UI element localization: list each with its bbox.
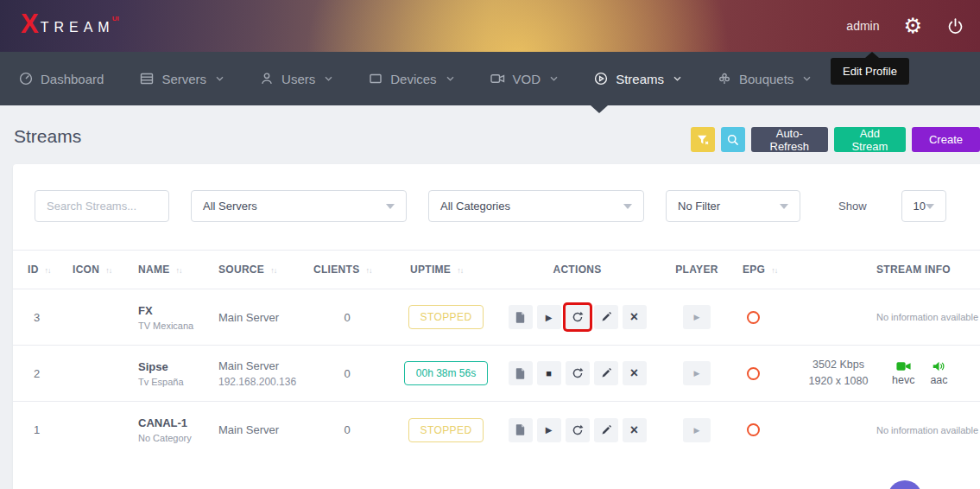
delete-stream-button[interactable]: × [623,305,647,329]
col-header-uptime[interactable]: UPTIME↑↓ [395,264,496,276]
col-header-player: PLAYER [658,264,736,276]
stream-info-cell: 3502 Kbps 1920 x 1080 hevc aac [800,357,967,391]
source-server: Main Server [218,423,299,436]
search-input[interactable] [35,190,169,222]
play-circle-icon [594,72,608,86]
add-stream-button[interactable]: Add Stream [834,127,906,152]
close-icon: × [630,311,638,323]
col-header-clients[interactable]: CLIENTS↑↓ [299,264,395,276]
gear-icon[interactable]: ⚙ [903,16,922,36]
delete-stream-button[interactable]: × [623,418,647,442]
streams-table: ID↑↓ ICON↑↓ NAME↑↓ SOURCE↑↓ CLIENTS↑↓ UP… [13,250,980,458]
edit-stream-button[interactable] [594,418,618,442]
stream-name: CANAL-1 [138,416,204,429]
stream-uptime-cell: 00h 38m 56s [395,361,496,385]
epg-cell [736,311,800,324]
select-caret-icon [386,204,395,209]
xtream-logo[interactable]: X TREAM UI [21,11,119,41]
uptime-badge: 00h 38m 56s [404,361,488,385]
nav-devices[interactable]: Devices [369,72,453,86]
start-stream-button[interactable]: ▶ [537,418,561,442]
filter-select[interactable]: No Filter [666,190,800,222]
username-label[interactable]: admin [846,19,879,33]
stream-actions: ▶ × [496,305,658,329]
stream-info-cell: No information available [800,425,967,435]
category-select[interactable]: All Categories [428,190,644,222]
player-play-button[interactable]: ▶ [683,305,711,329]
select-caret-icon [623,204,632,209]
stream-id: 2 [13,367,58,380]
col-header-source[interactable]: SOURCE↑↓ [204,264,299,276]
nav-servers[interactable]: Servers [140,72,224,86]
player-play-button[interactable]: ▶ [683,361,711,385]
page-title: Streams [14,126,81,147]
logo-superscript: UI [112,11,119,22]
copy-stream-button[interactable] [509,418,533,442]
close-icon: × [630,367,638,379]
chevron-down-icon [550,76,558,81]
sort-icon[interactable]: ↑↓ [365,266,371,275]
topbar-right: admin ⚙ [846,16,966,36]
table-row: 2 Sipse Tv España Main Server 192.168.20… [13,346,980,402]
restart-stream-button[interactable] [566,361,590,385]
col-header-epg[interactable]: EPG↑↓ [736,264,800,276]
edit-stream-button[interactable] [594,305,618,329]
gauge-icon [19,72,33,86]
start-stream-button[interactable]: ▶ [537,305,561,329]
restart-stream-button[interactable] [566,305,590,329]
stop-stream-button[interactable]: ■ [537,361,561,385]
file-icon [515,424,525,435]
sort-icon[interactable]: ↑↓ [176,266,182,275]
nav-streams[interactable]: Streams [594,72,681,86]
epg-status-icon[interactable] [747,423,760,436]
screen: X TREAM UI admin ⚙ Dashboard Servers Use… [0,0,980,489]
stream-name-cell: CANAL-1 No Category [123,416,204,443]
col-header-id[interactable]: ID↑↓ [13,264,58,276]
stream-name-cell: Sipse Tv España [123,360,204,387]
col-header-icon[interactable]: ICON↑↓ [58,264,123,276]
sort-icon[interactable]: ↑↓ [270,266,276,275]
stream-id: 1 [13,423,58,436]
page-toolbar: Auto-Refresh Add Stream Create [691,127,980,152]
auto-refresh-button[interactable]: Auto-Refresh [751,127,828,152]
delete-stream-button[interactable]: × [623,361,647,385]
stream-actions: ▶ × [496,418,658,442]
player-cell: ▶ [658,361,736,385]
refresh-icon [572,367,584,379]
logo-text: TREAM [41,11,115,41]
col-header-name[interactable]: NAME↑↓ [123,264,204,276]
page-size-select[interactable]: 10 [901,190,946,222]
copy-stream-button[interactable] [509,361,533,385]
nav-bouquets[interactable]: Bouquets [718,72,811,86]
create-button[interactable]: Create [912,127,980,152]
stream-source-cell: Main Server [204,311,299,324]
chevron-down-icon [673,76,681,81]
stream-clients: 0 [299,423,395,436]
play-icon: ▶ [694,313,700,321]
sort-icon[interactable]: ↑↓ [45,266,51,275]
source-server: Main Server [218,311,299,324]
clear-filter-button[interactable] [691,127,715,152]
pencil-icon [601,368,611,378]
copy-stream-button[interactable] [509,305,533,329]
edit-stream-button[interactable] [594,361,618,385]
search-button[interactable] [721,127,745,152]
sort-icon[interactable]: ↑↓ [457,266,463,275]
epg-status-icon[interactable] [747,367,760,380]
epg-status-icon[interactable] [747,311,760,324]
sort-icon[interactable]: ↑↓ [105,266,111,275]
server-select[interactable]: All Servers [191,190,407,222]
nav-users[interactable]: Users [260,72,332,86]
nav-dashboard[interactable]: Dashboard [19,72,104,86]
sort-icon[interactable]: ↑↓ [771,266,777,275]
nav-vod[interactable]: VOD [490,72,559,86]
player-play-button[interactable]: ▶ [683,418,711,442]
pencil-icon [601,425,611,435]
audio-codec-block: aac [930,361,947,386]
power-icon[interactable] [946,17,964,35]
file-icon [515,312,525,323]
stream-category: Tv España [138,377,204,387]
table-header-row: ID↑↓ ICON↑↓ NAME↑↓ SOURCE↑↓ CLIENTS↑↓ UP… [13,250,980,289]
restart-stream-button[interactable] [566,418,590,442]
streams-card: All Servers All Categories No Filter Sho… [13,164,980,489]
